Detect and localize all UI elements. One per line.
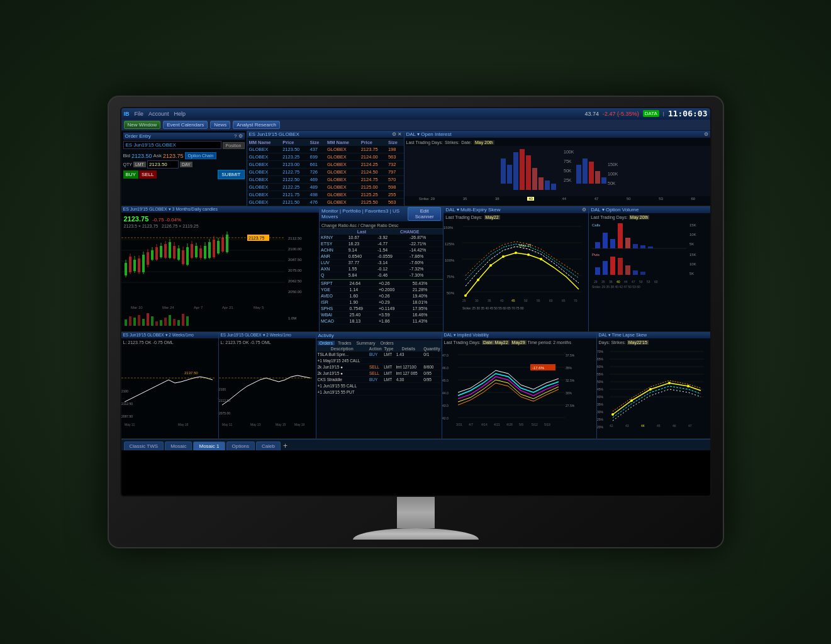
- news-button[interactable]: News: [210, 121, 230, 129]
- chart3-header: ES Jun19'15 GLOBEX ▾ 2 Weeks/1mo: [219, 332, 316, 338]
- menu-file[interactable]: File: [135, 111, 144, 117]
- level2-title: ES Jun19'15 GLOBEX: [249, 131, 299, 137]
- svg-text:40: 40: [616, 280, 620, 284]
- gainer-last: 1.14: [349, 287, 377, 293]
- activity-action: SELL: [368, 364, 382, 370]
- level2-panel: ES Jun19'15 GLOBEX ⚙ ✕ MM Name: [247, 131, 404, 206]
- svg-text:10K: 10K: [689, 262, 696, 266]
- svg-text:May 13: May 13: [250, 423, 261, 426]
- option-chain-button[interactable]: Option Chain: [185, 152, 217, 159]
- loser-pct: -7.86%: [408, 253, 443, 260]
- menu-account[interactable]: Account: [148, 111, 169, 117]
- price-input[interactable]: [147, 160, 179, 169]
- edit-scanner-button[interactable]: Edit Scanner: [408, 207, 441, 221]
- oi-date-value[interactable]: May 20th: [474, 140, 494, 145]
- oi-settings[interactable]: ⚙: [704, 131, 708, 137]
- menu-help[interactable]: Help: [174, 111, 186, 117]
- svg-rect-90: [129, 316, 131, 326]
- monitor: IB File Account Help 43.74 -2.47 (-5.35%…: [108, 96, 724, 548]
- help-icon[interactable]: ?: [234, 133, 237, 139]
- tab-mosaic[interactable]: Mosaic: [165, 441, 192, 450]
- gainer-last: 1.90: [349, 299, 377, 306]
- ask-mm: GLOBEX: [325, 199, 359, 206]
- svg-rect-155: [633, 270, 638, 275]
- svg-text:30%: 30%: [597, 410, 604, 414]
- analyst-research-button[interactable]: Analyst Research: [233, 121, 280, 129]
- scanner-panel: Monitor | Portfolio | Favorites3 | US Mo…: [320, 206, 443, 331]
- event-calendars-button[interactable]: Event Calendars: [163, 121, 208, 129]
- menu-bar: File Account Help: [135, 111, 186, 117]
- svg-text:15K: 15K: [689, 223, 696, 227]
- scanner-col-last: Last: [347, 229, 377, 235]
- svg-text:5/19: 5/19: [544, 423, 550, 426]
- activity-tab-trades[interactable]: Trades: [336, 341, 354, 345]
- col-ask-price: Price: [359, 139, 386, 146]
- add-tab-button[interactable]: +: [283, 441, 287, 450]
- scanner-gainer-row: WBAI 25.40 +3.59 16.46%: [320, 312, 443, 318]
- svg-point-119: [527, 253, 530, 256]
- topbar-right: 43.74 -2.47 (-5.35%) DATA | 11:06:03: [585, 109, 708, 118]
- activity-type: [382, 389, 394, 396]
- svg-rect-156: [640, 272, 645, 275]
- tab-classic-tws[interactable]: Classic TWS: [124, 441, 164, 450]
- gainer-symbol: YGE: [320, 287, 349, 293]
- svg-text:150K: 150K: [608, 162, 618, 167]
- order-entry-title: Order Entry: [125, 133, 151, 139]
- activity-detail: [395, 383, 423, 389]
- level2-close[interactable]: ✕: [398, 131, 402, 137]
- svg-text:2100: 2100: [219, 387, 226, 391]
- symbol-input[interactable]: [123, 141, 221, 149]
- buy-button[interactable]: BUY: [123, 170, 138, 179]
- activity-tab-orders[interactable]: Orders: [318, 341, 335, 345]
- header-icons: ? ⚙: [234, 133, 242, 139]
- svg-text:44: 44: [641, 424, 645, 428]
- loser-pct: -14.42%: [408, 247, 443, 253]
- svg-text:45: 45: [657, 424, 661, 428]
- svg-rect-139: [610, 239, 615, 248]
- skew-date[interactable]: May22: [484, 215, 500, 219]
- iv-panel: DAL ▾ Implied Volatility Last Trading Da…: [442, 332, 597, 438]
- ask-price: 2123.75: [359, 146, 386, 153]
- svg-text:50: 50: [524, 299, 528, 303]
- loser-symbol: AXN: [320, 266, 347, 272]
- submit-button[interactable]: SUBMIT: [218, 170, 244, 179]
- svg-text:25: 25: [462, 299, 466, 303]
- row3: ES Jun19'15 GLOBEX ▾ 2 Weeks/1mo L: 2123…: [121, 332, 710, 439]
- index-price: 43.74: [585, 111, 600, 117]
- sell-button[interactable]: SELL: [139, 170, 157, 179]
- tab-options[interactable]: Options: [226, 441, 255, 450]
- svg-rect-101: [177, 320, 180, 326]
- timelapse-date[interactable]: May22'15: [627, 340, 649, 345]
- topbar: IB File Account Help 43.74 -2.47 (-5.35%…: [121, 108, 710, 119]
- loser-last: 10.67: [347, 235, 377, 241]
- svg-text:42: 42: [610, 424, 613, 428]
- chart2-panel: ES Jun19'15 GLOBEX ▾ 2 Weeks/1mo L: 2123…: [121, 332, 219, 438]
- scanner-header: Monitor | Portfolio | Favorites3 | US Mo…: [320, 206, 443, 221]
- loser-last: 16.23: [347, 241, 377, 247]
- option-volume-panel: DAL ▾ Option Volume Last Trading Days: M…: [589, 206, 710, 331]
- activity-tab-orders2[interactable]: Orders: [378, 341, 395, 345]
- level2-settings[interactable]: ⚙: [392, 131, 396, 137]
- iv-date2[interactable]: May29: [511, 340, 527, 345]
- svg-rect-100: [173, 319, 176, 326]
- activity-row: 2k Jun19'15 ● SELL LMT lmt 127100 8/600: [316, 364, 442, 370]
- settings-icon[interactable]: ⚙: [238, 133, 243, 139]
- ask-price: 2123.75: [163, 153, 184, 159]
- activity-type: [382, 358, 394, 364]
- activity-detail: [395, 389, 423, 396]
- activity-tab-summary[interactable]: Summary: [354, 341, 377, 345]
- iv-date1[interactable]: Date: May22: [482, 340, 510, 345]
- activity-qty: 0/95: [422, 377, 441, 383]
- ov-date[interactable]: May 20th: [629, 215, 650, 219]
- gainer-symbol: AVEO: [320, 293, 349, 299]
- tab-caleb[interactable]: Caleb: [256, 441, 281, 450]
- new-window-button[interactable]: New Window: [124, 121, 161, 129]
- svg-rect-96: [155, 321, 158, 326]
- skew-settings[interactable]: ⚙: [582, 207, 586, 213]
- svg-text:4/7: 4/7: [469, 423, 473, 426]
- gainer-pct: 19.40%: [411, 293, 443, 299]
- tab-mosaic1[interactable]: Mosaic 1: [193, 441, 225, 450]
- tws-application: IB File Account Help 43.74 -2.47 (-5.35%…: [121, 108, 710, 496]
- svg-rect-1: [507, 165, 512, 184]
- scanner-gainer-row: ISR 1.90 +0.29 18.01%: [320, 299, 443, 306]
